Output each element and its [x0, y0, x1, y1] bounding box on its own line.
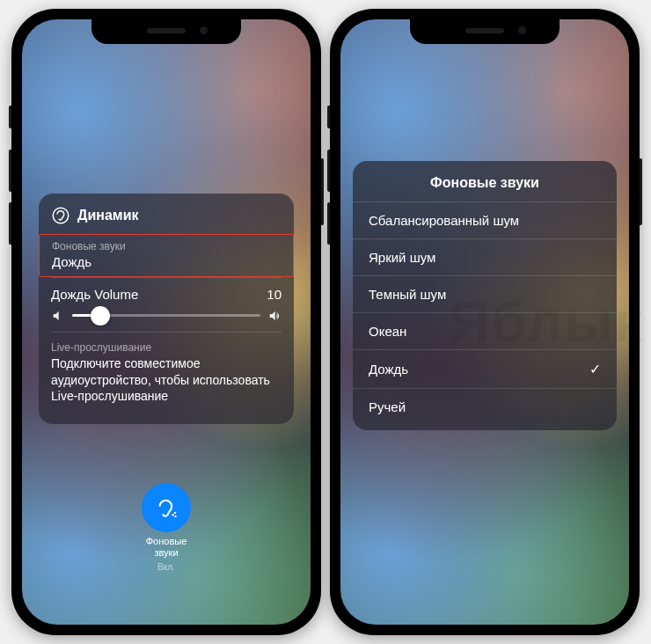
svg-point-2 — [174, 511, 176, 513]
live-listen-row: Live-прослушивание Подключите совместимо… — [51, 332, 282, 414]
checkmark-icon: ✓ — [589, 361, 601, 377]
hearing-tile-icon — [142, 483, 191, 532]
panel-title: Динамик — [77, 208, 138, 223]
hearing-panel: Динамик Фоновые звуки Дождь Дождь Volume… — [39, 194, 294, 425]
bg-sounds-value: Дождь — [52, 254, 281, 269]
volume-row: Дождь Volume 10 — [51, 277, 282, 332]
sounds-list-panel: Фоновые звуки Сбалансированный шум Яркий… — [353, 161, 617, 430]
control-center-tile[interactable]: Фоновые звуки Вкл. — [142, 483, 191, 572]
list-item[interactable]: Яркий шум — [353, 238, 617, 275]
background-sounds-row[interactable]: Фоновые звуки Дождь — [39, 234, 294, 277]
volume-slider[interactable] — [72, 314, 260, 317]
list-item[interactable]: Дождь ✓ — [353, 349, 617, 388]
list-item-label: Темный шум — [369, 287, 446, 302]
sounds-list-title: Фоновые звуки — [353, 175, 617, 201]
panel-header: Динамик — [51, 206, 282, 225]
list-item[interactable]: Ручей — [353, 388, 617, 425]
list-item-label: Ручей — [369, 399, 406, 414]
phone-right: Фоновые звуки Сбалансированный шум Яркий… — [330, 9, 640, 635]
screen-left: Динамик Фоновые звуки Дождь Дождь Volume… — [22, 19, 311, 625]
volume-label: Дождь Volume — [51, 287, 138, 302]
volume-low-icon — [51, 309, 65, 323]
screen-right: Фоновые звуки Сбалансированный шум Яркий… — [340, 19, 629, 625]
bg-sounds-label: Фоновые звуки — [52, 240, 281, 252]
list-item[interactable]: Океан — [353, 312, 617, 349]
list-item[interactable]: Темный шум — [353, 275, 617, 312]
list-item-label: Океан — [369, 324, 406, 339]
svg-point-1 — [172, 514, 173, 516]
tile-label: Фоновые звуки — [146, 536, 187, 559]
ear-icon — [51, 206, 70, 225]
volume-slider-thumb[interactable] — [91, 306, 110, 326]
svg-point-3 — [174, 515, 176, 516]
list-item-label: Яркий шум — [369, 250, 435, 265]
list-item-label: Сбалансированный шум — [369, 213, 519, 228]
phone-left: Динамик Фоновые звуки Дождь Дождь Volume… — [11, 9, 321, 635]
tile-state: Вкл. — [157, 562, 175, 572]
notch — [410, 19, 560, 44]
list-item[interactable]: Сбалансированный шум — [353, 201, 617, 238]
live-listen-text: Подключите совместимое аудиоустройство, … — [51, 355, 282, 406]
live-listen-label: Live-прослушивание — [51, 341, 282, 354]
volume-high-icon — [267, 309, 282, 323]
svg-point-0 — [53, 208, 69, 223]
notch — [91, 19, 241, 44]
list-item-label: Дождь — [369, 362, 408, 377]
volume-value: 10 — [267, 287, 282, 302]
